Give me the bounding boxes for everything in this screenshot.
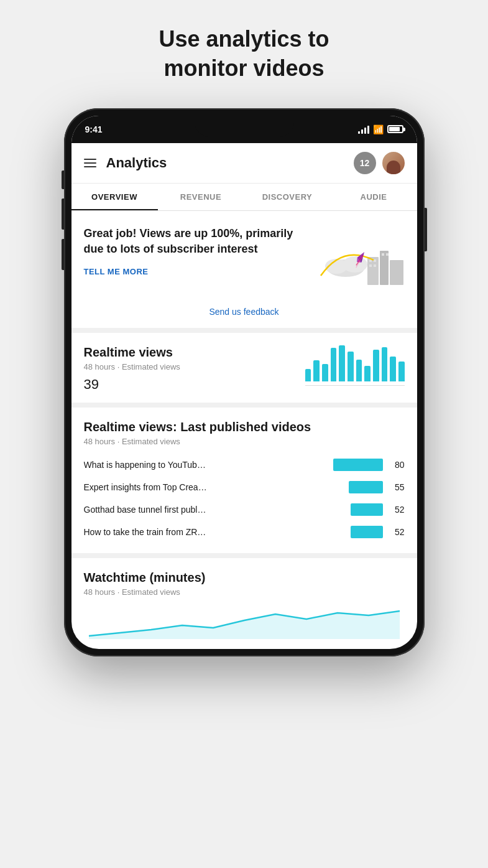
svg-rect-8	[386, 253, 389, 256]
bar-6	[348, 352, 354, 381]
bar-10	[382, 347, 388, 381]
video-count-4: 52	[389, 527, 405, 537]
video-bar-2	[349, 481, 383, 493]
svg-rect-2	[390, 260, 403, 285]
video-bar-4	[351, 526, 383, 538]
video-count-2: 55	[389, 482, 405, 492]
bar-1	[305, 369, 311, 381]
tab-overview[interactable]: OVERVIEW	[71, 184, 158, 210]
bar-2	[313, 360, 320, 381]
watchtime-section: Watchtime (minutes) 48 hours · Estimated…	[71, 558, 417, 649]
tab-bar: OVERVIEW REVENUE DISCOVERY AUDIE	[71, 184, 417, 211]
realtime-content: Realtime views 48 hours · Estimated view…	[71, 333, 417, 403]
silent-switch	[62, 239, 64, 270]
realtime-section: Realtime views 48 hours · Estimated view…	[71, 333, 417, 408]
svg-rect-0	[367, 257, 379, 285]
realtime-bar-chart	[305, 345, 405, 383]
video-row: Gotthad base tunnel first public train..…	[84, 498, 405, 521]
feedback-link[interactable]: Send us feedback	[71, 298, 417, 328]
signal-icon	[358, 125, 369, 134]
notch	[195, 116, 294, 137]
status-time: 9:41	[85, 124, 103, 134]
phone-screen: 9:41 📶	[71, 116, 417, 649]
video-row: Expert insights from Top Creators... 55	[84, 476, 405, 498]
video-bar-1	[333, 459, 383, 471]
video-title-1: What is happening to YouTube...	[84, 460, 208, 470]
insight-text: Great job! Views are up 100%, primarily …	[84, 226, 305, 277]
tab-audience[interactable]: AUDIE	[331, 184, 417, 210]
insight-headline: Great job! Views are up 100%, primarily …	[84, 226, 299, 257]
video-title-4: How to take the train from ZRH airp..	[84, 527, 208, 537]
bar-7	[356, 360, 362, 381]
video-row: How to take the train from ZRH airp.. 52	[84, 521, 405, 543]
volume-up-button	[62, 170, 64, 189]
battery-fill	[389, 127, 400, 131]
watchtime-subtitle: 48 hours · Estimated views	[84, 587, 405, 597]
svg-point-11	[343, 256, 367, 273]
realtime-title: Realtime views	[84, 345, 305, 360]
bar-5	[339, 345, 345, 381]
realtime-info: Realtime views 48 hours · Estimated view…	[84, 345, 305, 393]
svg-rect-1	[380, 251, 389, 285]
tab-discovery[interactable]: DISCOVERY	[244, 184, 331, 210]
volume-down-button	[62, 198, 64, 230]
video-row: What is happening to YouTube... 80	[84, 454, 405, 476]
avatar[interactable]	[382, 152, 405, 174]
phone-frame: 9:41 📶	[64, 108, 425, 656]
chart-baseline	[305, 385, 405, 386]
published-subtitle: 48 hours · Estimated views	[84, 437, 405, 446]
video-bar-container-1: 80	[333, 459, 405, 471]
app-header: Analytics 12	[71, 143, 417, 184]
video-title-2: Expert insights from Top Creators...	[84, 482, 208, 492]
header-actions: 12	[354, 152, 405, 174]
tab-revenue[interactable]: REVENUE	[158, 184, 244, 210]
insight-illustration	[305, 226, 405, 288]
svg-rect-6	[374, 264, 376, 267]
watchtime-chart	[84, 602, 405, 639]
watchtime-content: Watchtime (minutes) 48 hours · Estimated…	[71, 558, 417, 649]
menu-button[interactable]	[84, 159, 96, 167]
video-bar-container-3: 52	[351, 503, 405, 516]
bar-11	[390, 357, 396, 381]
last-published-section: Realtime views: Last published videos 48…	[71, 408, 417, 558]
page-wrapper: Use analytics to monitor videos 9:41	[0, 25, 488, 656]
svg-rect-7	[382, 253, 384, 256]
video-count-3: 52	[389, 505, 405, 515]
battery-icon	[387, 125, 403, 133]
video-count-1: 80	[389, 460, 405, 470]
video-bar-container-2: 55	[349, 481, 405, 493]
realtime-chart-container	[305, 345, 405, 386]
status-bar: 9:41 📶	[71, 116, 417, 143]
power-button	[425, 208, 427, 251]
video-bar-3	[351, 503, 383, 516]
svg-rect-4	[374, 259, 376, 262]
bar-12	[398, 362, 405, 381]
insight-content: Great job! Views are up 100%, primarily …	[84, 226, 405, 288]
app-title: Analytics	[106, 155, 354, 171]
tell-me-more-button[interactable]: TELL ME MORE	[84, 267, 149, 276]
published-content: Realtime views: Last published videos 48…	[71, 408, 417, 553]
notification-badge[interactable]: 12	[354, 152, 376, 174]
realtime-subtitle: 48 hours · Estimated views	[84, 362, 305, 371]
video-bar-container-4: 52	[351, 526, 405, 538]
bar-3	[322, 364, 328, 381]
published-title: Realtime views: Last published videos	[84, 420, 405, 434]
realtime-value: 39	[84, 376, 305, 393]
status-icons: 📶	[358, 124, 403, 134]
bar-9	[373, 350, 379, 381]
video-title-3: Gotthad base tunnel first public train..…	[84, 505, 208, 515]
headline-line2: monitor videos	[163, 55, 324, 81]
insight-card: Great job! Views are up 100%, primarily …	[71, 211, 417, 298]
bar-4	[331, 348, 337, 381]
video-list: What is happening to YouTube... 80 Exper…	[84, 454, 405, 543]
headline-line1: Use analytics to	[159, 26, 329, 52]
page-headline: Use analytics to monitor videos	[159, 25, 329, 83]
insight-section: Great job! Views are up 100%, primarily …	[71, 211, 417, 333]
watchtime-title: Watchtime (minutes)	[84, 571, 405, 585]
bar-8	[364, 366, 371, 381]
wifi-icon: 📶	[373, 124, 384, 134]
svg-rect-5	[369, 264, 372, 267]
